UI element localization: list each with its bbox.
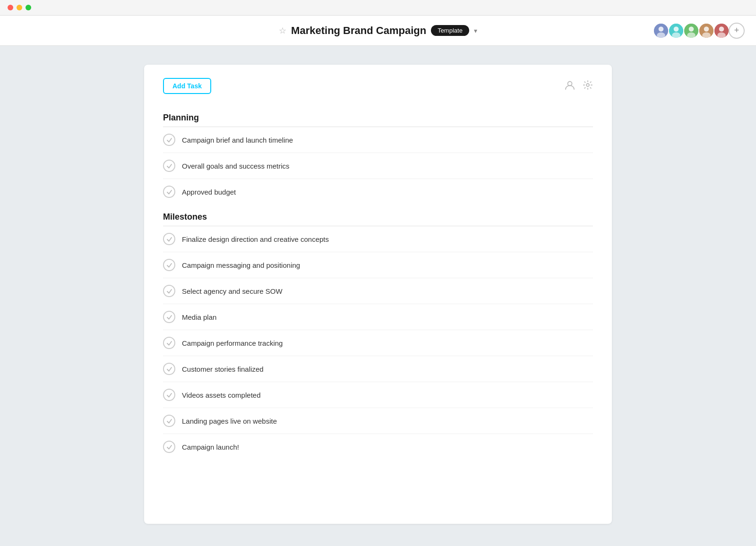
task-item: Campaign brief and launch timeline <box>163 127 593 153</box>
task-label: Campaign performance tracking <box>182 339 283 347</box>
section-title-1: Milestones <box>163 205 593 222</box>
task-item: Overall goals and success metrics <box>163 153 593 179</box>
task-item: Landing pages live on website <box>163 408 593 434</box>
task-label: Campaign messaging and positioning <box>182 261 300 269</box>
toolbar-icons <box>565 80 593 93</box>
settings-icon[interactable] <box>583 80 593 93</box>
task-label: Videos assets completed <box>182 391 261 399</box>
task-checkbox[interactable] <box>163 259 175 271</box>
main-content: Add Task PlanningCampaign brief and lau <box>0 46 756 543</box>
dot-close[interactable] <box>8 5 13 10</box>
task-label: Campaign brief and launch timeline <box>182 136 293 144</box>
task-item: Customer stories finalized <box>163 356 593 382</box>
header: ☆ Marketing Brand Campaign Template ▾ <box>0 16 756 46</box>
task-label: Select agency and secure SOW <box>182 287 283 295</box>
task-checkbox[interactable] <box>163 363 175 375</box>
dot-maximize[interactable] <box>26 5 31 10</box>
task-label: Campaign launch! <box>182 443 239 451</box>
avatar-1 <box>653 23 669 39</box>
task-checkbox[interactable] <box>163 233 175 245</box>
avatar-3 <box>683 23 699 39</box>
svg-point-11 <box>702 32 711 38</box>
task-item: Finalize design direction and creative c… <box>163 226 593 252</box>
task-item: Media plan <box>163 304 593 330</box>
svg-point-14 <box>717 32 726 38</box>
svg-point-16 <box>586 84 589 86</box>
task-label: Finalize design direction and creative c… <box>182 235 329 243</box>
task-label: Overall goals and success metrics <box>182 162 290 170</box>
svg-point-8 <box>687 32 696 38</box>
task-checkbox[interactable] <box>163 311 175 323</box>
task-checkbox[interactable] <box>163 160 175 172</box>
chevron-down-icon[interactable]: ▾ <box>474 27 477 34</box>
page-title: Marketing Brand Campaign <box>291 25 426 37</box>
avatar-5 <box>713 23 730 39</box>
task-item: Campaign launch! <box>163 434 593 460</box>
svg-point-5 <box>672 32 680 38</box>
task-item: Campaign messaging and positioning <box>163 252 593 278</box>
toolbar: Add Task <box>163 78 593 94</box>
task-checkbox[interactable] <box>163 186 175 198</box>
assign-icon[interactable] <box>565 80 575 93</box>
section-title-0: Planning <box>163 105 593 123</box>
section-0: PlanningCampaign brief and launch timeli… <box>163 105 593 205</box>
svg-point-1 <box>659 26 664 32</box>
header-center: ☆ Marketing Brand Campaign Template ▾ <box>279 25 477 37</box>
task-checkbox[interactable] <box>163 337 175 349</box>
task-checkbox[interactable] <box>163 285 175 297</box>
task-label: Landing pages live on website <box>182 417 277 425</box>
content-card: Add Task PlanningCampaign brief and lau <box>144 65 612 524</box>
task-label: Media plan <box>182 313 216 321</box>
dot-minimize[interactable] <box>17 5 22 10</box>
task-checkbox[interactable] <box>163 415 175 427</box>
avatar-4 <box>698 23 714 39</box>
traffic-lights <box>0 0 756 16</box>
svg-point-2 <box>657 32 665 38</box>
avatar-2 <box>668 23 684 39</box>
task-checkbox[interactable] <box>163 389 175 401</box>
section-1: MilestonesFinalize design direction and … <box>163 205 593 460</box>
svg-point-10 <box>704 26 709 32</box>
header-right: + <box>653 23 745 39</box>
svg-point-7 <box>689 26 694 32</box>
sections-container: PlanningCampaign brief and launch timeli… <box>163 105 593 460</box>
task-item: Approved budget <box>163 179 593 205</box>
task-item: Select agency and secure SOW <box>163 278 593 304</box>
task-checkbox[interactable] <box>163 441 175 453</box>
add-task-button[interactable]: Add Task <box>163 78 211 94</box>
svg-point-13 <box>719 26 724 32</box>
task-label: Approved budget <box>182 188 236 196</box>
svg-point-4 <box>674 26 679 32</box>
add-member-button[interactable]: + <box>729 23 745 39</box>
task-item: Videos assets completed <box>163 382 593 408</box>
star-icon[interactable]: ☆ <box>279 26 286 36</box>
task-label: Customer stories finalized <box>182 365 264 373</box>
task-item: Campaign performance tracking <box>163 330 593 356</box>
template-badge[interactable]: Template <box>431 25 469 36</box>
task-checkbox[interactable] <box>163 134 175 146</box>
